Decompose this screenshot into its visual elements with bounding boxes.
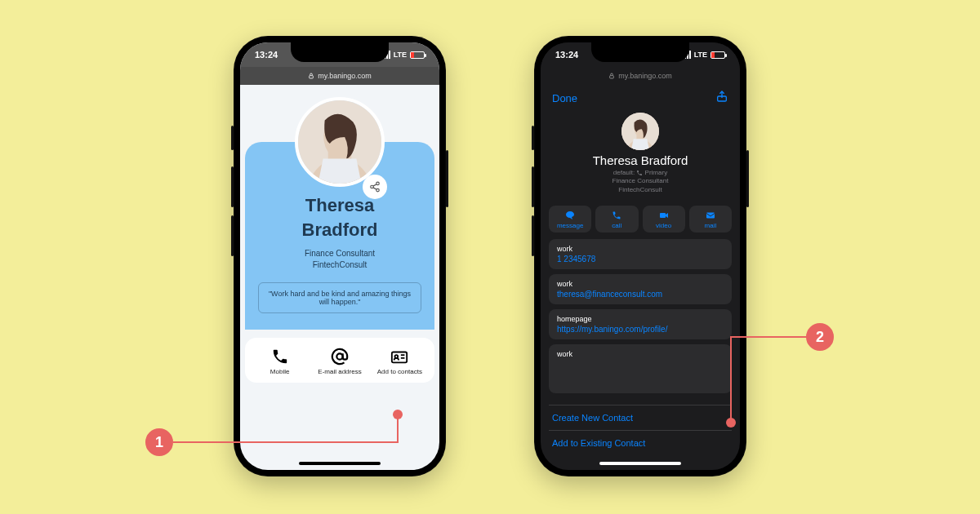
annotation-dot-1	[393, 410, 403, 419]
avatar	[295, 97, 385, 187]
add-existing-contact-link[interactable]: Add to Existing Contact	[549, 430, 732, 455]
contact-name: Theresa Bradford	[541, 153, 740, 167]
network-label: LTE	[394, 51, 407, 59]
phone-icon	[271, 348, 289, 366]
svg-line-5	[373, 184, 376, 186]
homepage-field-label: homepage	[557, 315, 724, 323]
profile-card: Theresa Bradford Finance Consultant Fint…	[245, 142, 434, 330]
email-action[interactable]: E-mail address	[315, 348, 364, 376]
svg-line-6	[373, 188, 376, 189]
profile-company: FintechConsult	[258, 259, 421, 271]
profile-name-first: Theresa	[258, 196, 421, 215]
call-icon	[611, 210, 622, 220]
address-field[interactable]: work	[549, 344, 732, 393]
annotation-line-2	[730, 336, 807, 338]
annotation-badge-1: 1	[145, 428, 173, 456]
video-icon	[658, 210, 670, 220]
avatar	[621, 113, 659, 150]
annotation-badge-2: 2	[806, 323, 834, 351]
address-field-label: work	[557, 350, 724, 358]
add-contact-label: Add to contacts	[377, 369, 422, 376]
home-indicator[interactable]	[299, 462, 381, 465]
annotation-dot-2	[726, 418, 736, 428]
email-field-value: theresa@financeconsult.com	[557, 290, 724, 299]
profile-name-last: Bradford	[258, 220, 421, 240]
phone-field-label: work	[557, 245, 724, 253]
phone-right: 13:24 LTE my.baningo.com Done Theresa Br…	[534, 36, 746, 476]
svg-point-3	[371, 185, 374, 188]
lock-icon	[308, 73, 314, 79]
mail-icon	[705, 210, 716, 220]
annotation-line-1	[173, 441, 399, 443]
primary-label: Primary	[645, 169, 668, 176]
mail-label: mail	[705, 222, 717, 229]
status-time: 13:24	[255, 50, 278, 60]
url-bar[interactable]: my.baningo.com	[240, 67, 439, 85]
message-button[interactable]: message	[549, 206, 591, 233]
done-button[interactable]: Done	[552, 92, 577, 104]
annotation-line-2v	[730, 336, 732, 422]
video-button[interactable]: video	[643, 206, 685, 233]
create-contact-link[interactable]: Create New Contact	[549, 405, 732, 430]
default-label: default:	[613, 169, 635, 176]
mail-button[interactable]: mail	[689, 206, 732, 233]
svg-rect-12	[610, 76, 614, 78]
svg-point-4	[376, 188, 380, 192]
email-field-label: work	[557, 280, 724, 288]
svg-rect-16	[706, 213, 715, 219]
profile-quote: "Work hard and be kind and amazing thing…	[258, 282, 421, 313]
email-field[interactable]: work theresa@financeconsult.com	[549, 274, 732, 304]
mobile-action[interactable]: Mobile	[256, 348, 305, 376]
contact-card-icon	[390, 348, 408, 366]
message-icon	[564, 210, 576, 220]
action-row: Mobile E-mail address Add to contacts	[245, 338, 434, 383]
battery-icon	[710, 51, 725, 59]
home-indicator[interactable]	[599, 462, 681, 465]
share-icon	[715, 90, 728, 103]
phone-field[interactable]: work 1 2345678	[549, 239, 732, 269]
share-button[interactable]	[363, 175, 387, 199]
share-button[interactable]	[715, 90, 728, 106]
phone-left: 13:24 LTE my.baningo.com Theresa Bradfor…	[234, 36, 446, 476]
email-label: E-mail address	[318, 369, 361, 376]
lock-icon	[608, 73, 615, 79]
phone-field-value: 1 2345678	[557, 255, 724, 264]
call-button[interactable]: call	[595, 206, 638, 233]
contact-role: Finance Consultant	[612, 177, 669, 184]
contact-company: FintechConsult	[618, 186, 662, 193]
svg-point-2	[376, 182, 380, 185]
url-text: my.baningo.com	[618, 72, 671, 80]
add-contact-action[interactable]: Add to contacts	[375, 348, 424, 376]
call-label: call	[612, 222, 621, 229]
message-label: message	[557, 222, 583, 229]
svg-rect-0	[310, 76, 314, 78]
at-icon	[331, 348, 349, 366]
homepage-field[interactable]: homepage https://my.baningo.com/profile/	[549, 309, 732, 339]
url-bar[interactable]: my.baningo.com	[541, 67, 740, 85]
svg-point-7	[336, 354, 342, 360]
status-time: 13:24	[555, 50, 578, 60]
phone-small-icon	[636, 170, 643, 176]
share-icon	[369, 181, 381, 193]
network-label: LTE	[694, 51, 707, 59]
mobile-label: Mobile	[270, 369, 290, 376]
url-text: my.baningo.com	[318, 72, 371, 80]
video-label: video	[656, 222, 671, 229]
homepage-field-value: https://my.baningo.com/profile/	[557, 325, 724, 334]
battery-icon	[410, 51, 425, 59]
profile-role: Finance Consultant	[258, 248, 421, 259]
svg-rect-15	[660, 213, 666, 218]
